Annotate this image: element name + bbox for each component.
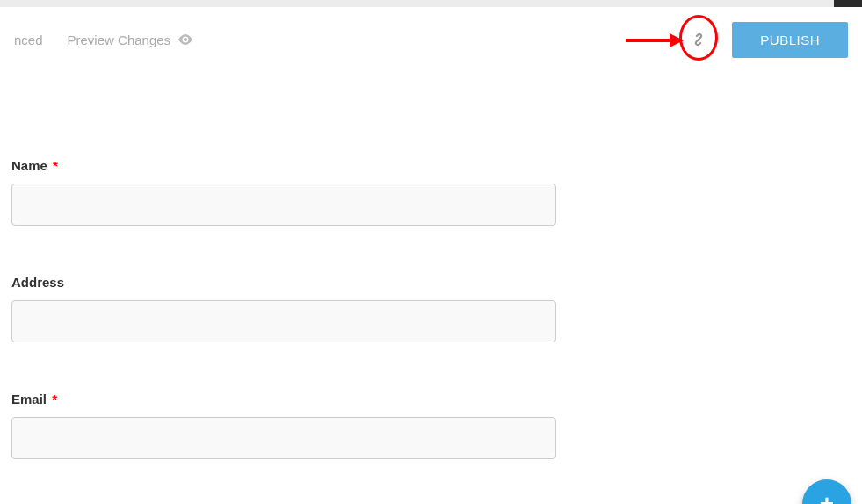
header: nced Preview Changes PUBLISH (0, 7, 862, 72)
preview-changes-label: Preview Changes (68, 32, 171, 47)
field-label-email: Email * (11, 392, 556, 407)
email-input[interactable] (11, 417, 556, 459)
svg-point-0 (184, 38, 187, 41)
link-icon (687, 28, 710, 51)
form-field-address: Address (11, 275, 556, 342)
field-label-name: Name * (11, 158, 556, 173)
tab-advanced-partial[interactable]: nced (14, 32, 43, 47)
name-input[interactable] (11, 184, 556, 226)
field-label-address: Address (11, 275, 556, 290)
form-field-name: Name * (11, 158, 556, 226)
required-star: * (53, 158, 58, 173)
eye-icon (177, 32, 193, 47)
field-label-text: Email (11, 392, 47, 407)
top-bar-gray (0, 0, 862, 7)
publish-button[interactable]: PUBLISH (732, 22, 848, 58)
header-left-tabs: nced Preview Changes (14, 32, 193, 47)
add-fab-button[interactable]: + (802, 479, 851, 504)
address-input[interactable] (11, 300, 556, 342)
header-right: PUBLISH (681, 18, 848, 61)
field-label-text: Name (11, 158, 47, 173)
plus-icon: + (820, 492, 834, 504)
share-link-button[interactable] (681, 18, 716, 61)
form-field-email: Email * (11, 392, 556, 459)
top-bar-dark (834, 0, 862, 7)
form-area: Name * Address Email * (11, 158, 556, 504)
field-label-text: Address (11, 275, 64, 290)
tab-preview-changes[interactable]: Preview Changes (68, 32, 194, 47)
required-star: * (52, 392, 57, 407)
